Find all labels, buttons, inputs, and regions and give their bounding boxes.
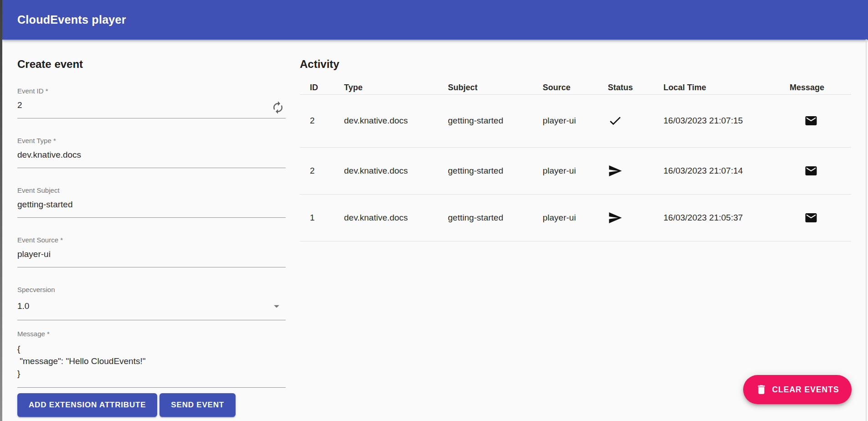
cell-source: player-ui: [543, 94, 608, 147]
add-extension-attribute-button[interactable]: ADD EXTENSION ATTRIBUTE: [17, 393, 157, 417]
event-id-field: Event ID *: [17, 87, 286, 118]
event-type-input[interactable]: [17, 149, 286, 161]
specversion-label: Specversion: [17, 286, 286, 294]
event-source-label: Event Source *: [17, 236, 286, 244]
cell-source: player-ui: [543, 194, 608, 241]
cell-id: 2: [300, 94, 344, 147]
table-row: 1 dev.knative.docs getting-started playe…: [300, 194, 851, 241]
col-type: Type: [344, 71, 448, 94]
clear-events-button[interactable]: CLEAR EVENTS: [743, 375, 852, 404]
cell-type: dev.knative.docs: [344, 194, 448, 241]
email-icon[interactable]: [804, 211, 818, 225]
autorenew-icon[interactable]: [271, 101, 285, 114]
clear-events-label: CLEAR EVENTS: [772, 385, 839, 395]
col-status: Status: [608, 71, 663, 94]
cell-source: player-ui: [543, 147, 608, 194]
app-bar: CloudEvents player: [2, 0, 868, 40]
cell-local-time: 16/03/2023 21:05:37: [663, 194, 790, 241]
event-type-field: Event Type *: [17, 137, 286, 168]
activity-panel: Activity ID Type Subject Source Status L…: [300, 57, 851, 241]
chevron-down-icon[interactable]: [270, 300, 283, 313]
scrollbar-track-edge: [866, 39, 867, 421]
table-row: 2 dev.knative.docs getting-started playe…: [300, 94, 851, 147]
col-subject: Subject: [448, 71, 543, 94]
specversion-select[interactable]: 1.0: [17, 300, 286, 312]
email-icon[interactable]: [804, 114, 818, 128]
cell-type: dev.knative.docs: [344, 94, 448, 147]
col-local-time: Local Time: [663, 71, 790, 94]
activity-table: ID Type Subject Source Status Local Time…: [300, 71, 851, 241]
col-message: Message: [790, 71, 851, 94]
event-source-field: Event Source *: [17, 236, 286, 267]
message-field: Message * { "message": "Hello CloudEvent…: [17, 330, 286, 388]
email-icon[interactable]: [804, 164, 818, 178]
col-source: Source: [543, 71, 608, 94]
col-id: ID: [300, 71, 344, 94]
event-id-label: Event ID *: [17, 87, 286, 95]
cell-local-time: 16/03/2023 21:07:14: [663, 147, 790, 194]
cell-subject: getting-started: [448, 194, 543, 241]
cell-subject: getting-started: [448, 147, 543, 194]
create-event-panel: Create event Event ID * Event Type * Eve…: [17, 57, 286, 417]
cell-type: dev.knative.docs: [344, 147, 448, 194]
check-icon: [608, 113, 663, 128]
message-label: Message *: [17, 330, 286, 338]
cell-subject: getting-started: [448, 94, 543, 147]
cell-local-time: 16/03/2023 21:07:15: [663, 94, 790, 147]
event-id-input[interactable]: [17, 99, 266, 111]
app-title: CloudEvents player: [17, 13, 126, 26]
send-event-button[interactable]: SEND EVENT: [159, 393, 236, 417]
send-icon: [608, 164, 663, 178]
window-left-edge: [0, 0, 2, 421]
cell-id: 1: [300, 194, 344, 241]
send-icon: [608, 210, 663, 225]
specversion-field: Specversion 1.0: [17, 286, 286, 320]
activity-heading: Activity: [300, 57, 851, 71]
event-subject-label: Event Subject: [17, 186, 286, 195]
trash-icon: [755, 384, 767, 395]
table-row: 2 dev.knative.docs getting-started playe…: [300, 147, 851, 194]
form-actions: ADD EXTENSION ATTRIBUTE SEND EVENT: [17, 393, 286, 417]
event-subject-input[interactable]: [17, 199, 286, 210]
table-header-row: ID Type Subject Source Status Local Time…: [300, 71, 851, 94]
event-type-label: Event Type *: [17, 137, 286, 145]
cell-id: 2: [300, 147, 344, 194]
event-source-input[interactable]: [17, 248, 286, 260]
message-input[interactable]: { "message": "Hello CloudEvents!" }: [17, 343, 286, 380]
event-subject-field: Event Subject: [17, 186, 286, 218]
create-event-heading: Create event: [17, 57, 286, 71]
